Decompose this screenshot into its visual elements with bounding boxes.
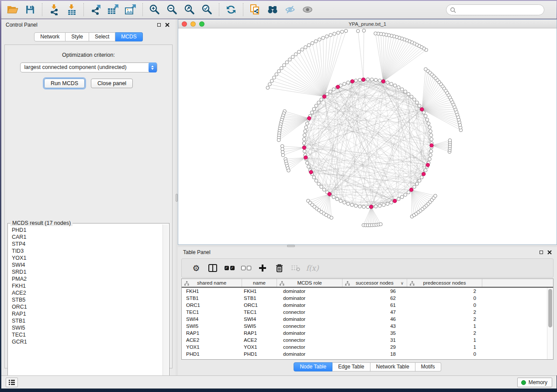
cell-successor-nodes[interactable]: 29	[343, 344, 407, 351]
cell-mcds-role[interactable]: connector	[277, 344, 343, 351]
cell-shared-name[interactable]: YOX1	[182, 344, 242, 351]
export-table-button[interactable]	[104, 3, 122, 17]
cell-mcds-role[interactable]: dominator	[277, 295, 343, 302]
hide-selection-button[interactable]	[281, 3, 299, 17]
mcds-result-item[interactable]: GCR1	[12, 338, 163, 345]
cell-mcds-role[interactable]: connector	[277, 309, 343, 316]
table-row[interactable]: PHD1 PHD1 dominator 18 0	[182, 351, 547, 358]
cell-predecessor-nodes[interactable]: 2	[407, 288, 482, 295]
table-row[interactable]: STB1 STB1 dominator 62 0	[182, 295, 547, 302]
delete-table-button[interactable]	[287, 260, 304, 276]
network-documents-button[interactable]	[246, 3, 264, 17]
show-all-button[interactable]	[299, 3, 316, 17]
control-panel-tab[interactable]: Select	[89, 32, 115, 41]
cell-predecessor-nodes[interactable]: 2	[407, 309, 482, 316]
show-columns-button[interactable]	[204, 260, 221, 276]
mcds-result-item[interactable]: YOX1	[12, 254, 163, 261]
memory-button[interactable]: Memory	[517, 378, 552, 387]
zoom-out-button[interactable]	[163, 3, 181, 17]
cell-shared-name[interactable]: SWI5	[182, 323, 242, 330]
cell-successor-nodes[interactable]: 18	[343, 351, 407, 358]
network-view-titlebar[interactable]: YPA_prune.txt_1	[178, 20, 557, 28]
import-table-button[interactable]	[63, 3, 80, 17]
cell-mcds-role[interactable]: dominator	[277, 351, 343, 358]
table-header-cell[interactable]: predecessor nodes	[407, 279, 482, 287]
save-session-button[interactable]	[21, 3, 39, 17]
cell-successor-nodes[interactable]: 35	[343, 330, 407, 337]
cell-predecessor-nodes[interactable]: 0	[407, 295, 482, 302]
import-network-button[interactable]	[45, 3, 63, 17]
export-image-button[interactable]	[122, 3, 139, 17]
close-panel-icon[interactable]	[165, 23, 170, 27]
cell-successor-nodes[interactable]: 61	[343, 302, 407, 309]
cell-successor-nodes[interactable]: 47	[343, 309, 407, 316]
cell-shared-name[interactable]: ORC1	[182, 302, 242, 309]
search-binoculars-button[interactable]	[264, 3, 281, 17]
table-settings-button[interactable]: ⚙	[188, 260, 204, 276]
deselect-all-columns-button[interactable]	[238, 260, 254, 276]
cell-name[interactable]: TEC1	[242, 309, 277, 316]
control-panel-tab[interactable]: Style	[66, 32, 89, 41]
cell-mcds-role[interactable]: dominator	[277, 330, 343, 337]
float-panel-icon[interactable]	[540, 251, 543, 254]
zoom-selected-button[interactable]	[198, 3, 216, 17]
cell-predecessor-nodes[interactable]: 1	[407, 344, 482, 351]
close-panel-button[interactable]: Close panel	[91, 79, 133, 88]
cell-mcds-role[interactable]: dominator	[277, 302, 343, 309]
run-mcds-button[interactable]: Run MCDS	[44, 79, 85, 88]
network-canvas[interactable]	[178, 28, 557, 244]
table-tab[interactable]: Network Table	[370, 362, 415, 371]
mcds-result-item[interactable]: TEC1	[12, 331, 163, 338]
cell-name[interactable]: FKH1	[242, 288, 277, 295]
cell-shared-name[interactable]: TEC1	[182, 309, 242, 316]
table-row[interactable]: FKH1 FKH1 dominator 96 2	[182, 288, 547, 295]
table-header-cell[interactable]	[482, 279, 553, 287]
cell-mcds-role[interactable]: connector	[277, 337, 343, 344]
table-row[interactable]: RAP1 RAP1 dominator 35 2	[182, 330, 547, 337]
mcds-result-item[interactable]: ORC1	[12, 303, 163, 310]
refresh-view-button[interactable]	[222, 3, 240, 17]
cell-successor-nodes[interactable]: 43	[343, 323, 407, 330]
table-tab[interactable]: Node Table	[294, 362, 332, 371]
mcds-result-item[interactable]: PMA2	[12, 275, 163, 282]
float-panel-icon[interactable]	[157, 23, 161, 27]
table-tab[interactable]: Motifs	[415, 362, 441, 371]
delete-column-button[interactable]	[271, 260, 287, 276]
cell-name[interactable]: ACE2	[242, 337, 277, 344]
table-row[interactable]: ORC1 ORC1 dominator 61 0	[182, 302, 547, 309]
cell-shared-name[interactable]: RAP1	[182, 330, 242, 337]
cell-shared-name[interactable]: STB1	[182, 295, 242, 302]
cell-predecessor-nodes[interactable]: 1	[407, 337, 482, 344]
cell-name[interactable]: RAP1	[242, 330, 277, 337]
select-all-columns-button[interactable]: ✓✓	[221, 260, 238, 276]
add-column-button[interactable]	[254, 260, 271, 276]
mcds-result-item[interactable]: TID3	[12, 248, 163, 254]
mcds-result-item[interactable]: STB1	[12, 317, 163, 324]
mcds-result-item[interactable]: STB5	[12, 296, 163, 303]
cell-name[interactable]: STB1	[242, 295, 277, 302]
table-row[interactable]: SWI4 SWI4 dominator 46 2	[182, 316, 547, 323]
table-header-cell[interactable]: successor nodes ∨	[343, 279, 407, 287]
cell-mcds-role[interactable]: dominator	[277, 288, 343, 295]
cell-shared-name[interactable]: PHD1	[182, 351, 242, 358]
mcds-result-item[interactable]: ACE2	[12, 289, 163, 296]
mcds-list-scrollbar[interactable]	[163, 224, 168, 384]
cell-predecessor-nodes[interactable]: 1	[407, 323, 482, 330]
table-header-cell[interactable]: name	[242, 279, 277, 287]
cell-mcds-role[interactable]: dominator	[277, 316, 343, 323]
close-panel-icon[interactable]	[547, 250, 552, 254]
cell-successor-nodes[interactable]: 46	[343, 316, 407, 323]
cell-successor-nodes[interactable]: 31	[343, 337, 407, 344]
mcds-result-item[interactable]: SRD1	[12, 268, 163, 275]
cell-successor-nodes[interactable]: 62	[343, 295, 407, 302]
cell-name[interactable]: SWI4	[242, 316, 277, 323]
cell-shared-name[interactable]: FKH1	[182, 288, 242, 295]
cell-predecessor-nodes[interactable]: 0	[407, 302, 482, 309]
cell-name[interactable]: SWI5	[242, 323, 277, 330]
table-header-cell[interactable]: shared name	[182, 279, 242, 287]
zoom-fit-button[interactable]	[181, 3, 198, 17]
export-network-button[interactable]	[87, 3, 104, 17]
cell-predecessor-nodes[interactable]: 2	[407, 330, 482, 337]
search-input[interactable]	[446, 4, 544, 15]
cell-name[interactable]: ORC1	[242, 302, 277, 309]
